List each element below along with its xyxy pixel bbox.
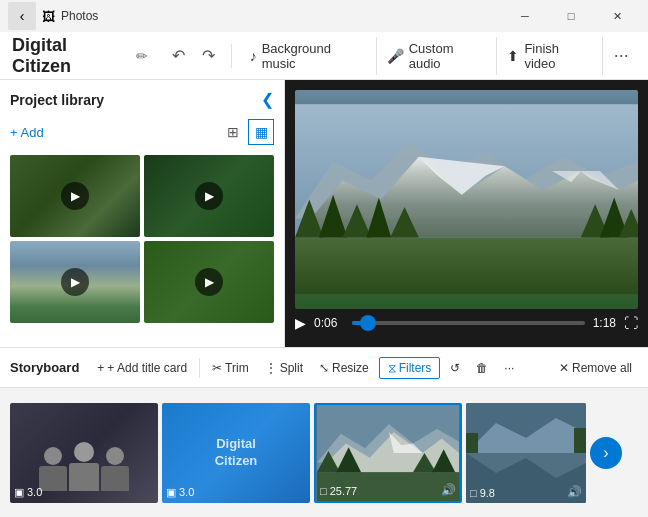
clip-type-icon: ▣ [166,486,176,499]
storyboard-clip-2[interactable]: DigitalCitizen ▣ 3.0 [162,403,310,503]
storyboard-clips: ▣ 3.0 DigitalCitizen ▣ 3.0 [0,388,648,517]
storyboard-section: Storyboard + + Add title card ✂ Trim ⋮ S… [0,347,648,517]
total-time: 1:18 [593,316,616,330]
sidebar-header: Project library ❮ [10,90,274,109]
trash-icon: 🗑 [476,361,488,375]
trim-icon: ✂ [212,361,222,375]
play-button[interactable]: ▶ [195,182,223,210]
grid-view-button-2[interactable]: ▦ [248,119,274,145]
edit-title-icon[interactable]: ✏ [136,48,148,64]
add-icon: + [97,361,104,375]
clip-type-icon: □ [320,485,327,497]
main-content: Project library ❮ + Add ⊞ ▦ ▶ ▶ [0,80,648,347]
storyboard-clip-1[interactable]: ▣ 3.0 [10,403,158,503]
playback-controls: ▶ 0:06 1:18 ⛶ [295,309,638,337]
split-button[interactable]: ⋮ Split [259,358,309,378]
rotate-icon: ↺ [450,361,460,375]
delete-button[interactable]: 🗑 [470,358,494,378]
title-bar: ‹ 🖼 Photos ─ □ ✕ [0,0,648,32]
rotate-button[interactable]: ↺ [444,358,466,378]
storyboard-label: Storyboard [10,360,79,375]
play-button[interactable]: ▶ [61,182,89,210]
divider [231,44,232,68]
sidebar-toolbar: + Add ⊞ ▦ [10,119,274,145]
divider [199,358,200,378]
clip-audio-button[interactable]: 🔊 [567,485,582,499]
clip-duration: □ 25.77 [320,485,357,497]
background-music-button[interactable]: ♪ Background music [240,37,377,75]
filter-icon: ⧖ [388,361,396,375]
custom-audio-button[interactable]: 🎤 Custom audio [377,37,498,75]
music-icon: ♪ [250,48,257,64]
filters-button[interactable]: ⧖ Filters [379,357,441,379]
add-title-card-button[interactable]: + + Add title card [91,358,193,378]
progress-thumb[interactable] [360,315,376,331]
media-item[interactable]: ▶ [10,241,140,323]
scroll-clips-next-button[interactable]: › [590,437,622,469]
resize-icon: ⤡ [319,361,329,375]
play-pause-button[interactable]: ▶ [295,315,306,331]
clip-audio-button[interactable]: 🔊 [441,483,456,497]
view-toggle: ⊞ ▦ [220,119,274,145]
svg-rect-28 [574,428,586,453]
clip-type-icon: ▣ [14,486,24,499]
app-icon: 🖼 [42,9,55,24]
grid-view-button-1[interactable]: ⊞ [220,119,246,145]
media-item[interactable]: ▶ [144,155,274,237]
project-title: Digital Citizen [12,35,128,77]
add-media-button[interactable]: + Add [10,125,44,140]
trim-button[interactable]: ✂ Trim [206,358,255,378]
finish-video-button[interactable]: ⬆ Finish video [497,37,602,75]
clip-duration: □ 9.8 [470,487,495,499]
svg-rect-5 [295,238,638,295]
undo-button[interactable]: ↶ [164,41,193,71]
close-icon: ✕ [559,361,569,375]
maximize-button[interactable]: □ [548,0,594,32]
storyboard-clip-4[interactable]: □ 9.8 🔊 [466,403,586,503]
more-options-button[interactable]: ··· [607,41,636,71]
back-button[interactable]: ‹ [8,2,36,30]
clip-duration: ▣ 3.0 [166,486,194,499]
redo-button[interactable]: ↷ [193,41,222,71]
play-button[interactable]: ▶ [61,268,89,296]
collapse-sidebar-button[interactable]: ❮ [261,90,274,109]
window-controls: ─ □ ✕ [502,0,640,32]
expand-button[interactable]: ⛶ [624,315,638,331]
resize-button[interactable]: ⤡ Resize [313,358,375,378]
media-item[interactable]: ▶ [144,241,274,323]
storyboard-clip-3[interactable]: □ 25.77 🔊 [314,403,462,503]
project-library-panel: Project library ❮ + Add ⊞ ▦ ▶ ▶ [0,80,285,347]
remove-all-button[interactable]: ✕ Remove all [553,358,638,378]
svg-rect-27 [466,433,478,453]
play-button[interactable]: ▶ [195,268,223,296]
filters-container: Add a filter ⧖ Filters [379,357,441,379]
progress-bar[interactable] [352,321,585,325]
back-icon: ‹ [20,8,25,24]
more-icon: ··· [504,361,514,375]
app-title: Photos [61,9,502,23]
video-preview-area: ▶ 0:06 1:18 ⛶ [285,80,648,347]
media-item[interactable]: ▶ [10,155,140,237]
close-button[interactable]: ✕ [594,0,640,32]
media-grid: ▶ ▶ ▶ ▶ [10,155,274,323]
audio-icon: 🎤 [387,48,404,64]
more-options-storyboard-button[interactable]: ··· [498,358,520,378]
app-header: Digital Citizen ✏ ↶ ↷ ♪ Background music… [0,32,648,80]
storyboard-toolbar: Storyboard + + Add title card ✂ Trim ⋮ S… [0,348,648,388]
current-time: 0:06 [314,316,344,330]
sidebar-title: Project library [10,92,104,108]
minimize-button[interactable]: ─ [502,0,548,32]
clip-duration: ▣ 3.0 [14,486,42,499]
preview-video-frame [295,90,638,309]
video-preview [295,90,638,309]
export-icon: ⬆ [507,48,519,64]
split-icon: ⋮ [265,361,277,375]
clip-type-icon: □ [470,487,477,499]
